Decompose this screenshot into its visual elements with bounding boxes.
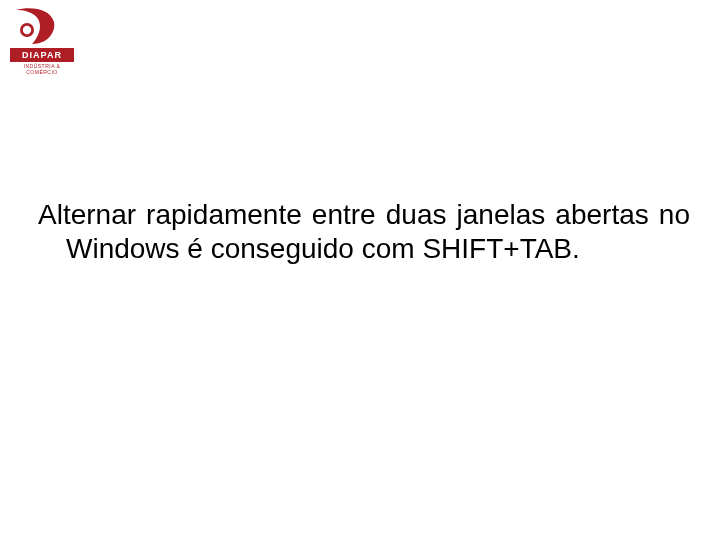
brand-logo: DIAPAR INDÚSTRIA & COMÉRCIO xyxy=(10,6,74,75)
logo-wordmark: DIAPAR xyxy=(10,48,74,62)
slide-body-text: Alternar rapidamente entre duas janelas … xyxy=(38,198,690,266)
logo-tagline: INDÚSTRIA & COMÉRCIO xyxy=(10,63,74,75)
svg-point-1 xyxy=(23,26,31,34)
logo-mark-icon xyxy=(10,6,58,46)
